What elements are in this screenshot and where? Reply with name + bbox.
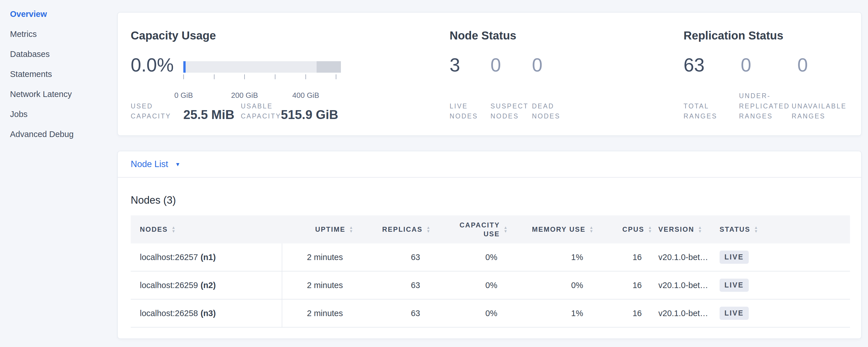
sidebar-item-jobs[interactable]: Jobs [10,104,113,124]
view-selector-label: Node List [131,159,168,169]
under-replicated-ranges-count: 0 [741,56,751,74]
column-header-label: MEMORY USE [532,225,586,233]
sort-icon: ▲▼ [504,226,508,233]
column-header-label: UPTIME [315,225,345,233]
label-line: LIVE [450,101,478,112]
total-ranges-count: 63 [684,56,705,74]
unavailable-ranges-label: UNAVAILABLE RANGES [792,101,846,122]
cpus-cell: 16 [594,272,653,299]
label-line: RANGES [684,111,717,122]
cpus-cell: 16 [594,244,653,271]
axis-tick-label: 400 GiB [292,91,319,100]
node-address-cell[interactable]: localhost:26259 (n2) [131,272,282,299]
dead-nodes-count: 0 [532,56,542,74]
capacity-use-cell: 0% [431,299,508,327]
axis-tick [275,74,275,79]
sidebar-item-overview[interactable]: Overview [10,4,113,24]
sort-icon: ▲▼ [172,226,176,233]
label-line: UNDER- [739,91,790,101]
table-row: localhost:26259 (n2) 2 minutes 63 0% 0% … [131,272,850,299]
status-badge: LIVE [719,279,749,292]
sidebar-item-network-latency[interactable]: Network Latency [10,84,113,104]
node-status-title: Node Status [450,30,516,41]
uptime-cell: 2 minutes [282,244,354,271]
label-line: CAPACITY [241,111,281,122]
axis-tick-label: 0 GiB [174,91,193,100]
label-line: USED [131,101,171,112]
usable-capacity-label: USABLE CAPACITY [241,101,281,122]
sort-icon: ▲▼ [754,226,758,233]
dead-nodes-label: DEAD NODES [532,101,560,122]
status-cell: LIVE [716,299,850,327]
unavailable-ranges-count: 0 [797,56,808,74]
sort-icon: ▲▼ [589,226,594,233]
capacity-usage-title: Capacity Usage [131,30,216,41]
sidebar-item-statements[interactable]: Statements [10,64,113,84]
axis-tick-label: 200 GiB [231,91,258,100]
node-address-cell[interactable]: localhost:26257 (n1) [131,244,282,271]
node-list-panel: Node List ▼ Nodes (3) NODES ▲▼ UPTIME ▲▼… [117,151,862,339]
under-replicated-ranges-label: UNDER- REPLICATED RANGES [739,91,790,122]
column-header-capacity-use[interactable]: CAPACITY USE ▲▼ [431,215,508,244]
node-address: localhost:26258 [140,309,198,318]
usable-capacity-value: 515.9 GiB [281,108,338,122]
nodes-table: NODES ▲▼ UPTIME ▲▼ REPLICAS ▲▼ CAPACITY … [131,215,850,327]
cluster-overview-page: Overview Metrics Databases Statements Ne… [0,0,868,347]
column-header-label: STATUS [719,225,750,233]
view-selector-dropdown[interactable]: Node List ▼ [118,151,861,178]
replicas-cell: 63 [354,244,431,271]
column-header-memory-use[interactable]: MEMORY USE ▲▼ [508,215,594,244]
node-id: (n2) [200,281,216,290]
column-header-replicas[interactable]: REPLICAS ▲▼ [354,215,431,244]
sidebar-item-databases[interactable]: Databases [10,44,113,64]
memory-use-cell: 0% [508,272,594,299]
label-line: NODES [491,111,529,122]
axis-tick [244,74,245,79]
label-line: USABLE [241,101,281,112]
sort-icon: ▲▼ [698,226,703,233]
sort-icon: ▲▼ [648,226,653,233]
uptime-cell: 2 minutes [282,299,354,327]
capacity-use-cell: 0% [431,272,508,299]
capacity-usage-gauge: 0 GiB 200 GiB 400 GiB [183,61,341,73]
axis-tick [305,74,306,79]
sidebar-item-metrics[interactable]: Metrics [10,24,113,44]
capacity-bar-used-segment [183,61,186,73]
capacity-use-cell: 0% [431,244,508,271]
suspect-nodes-count: 0 [491,56,501,74]
used-capacity-value: 25.5 MiB [183,108,235,122]
version-cell: v20.1.0-bet… [653,299,716,327]
status-cell: LIVE [716,272,850,299]
column-header-label: VERSION [658,225,694,233]
sort-icon: ▲▼ [349,226,354,233]
label-line: RANGES [792,111,846,122]
live-nodes-count: 3 [450,56,460,74]
column-header-nodes[interactable]: NODES ▲▼ [131,215,282,244]
column-header-uptime[interactable]: UPTIME ▲▼ [282,215,354,244]
label-line: NODES [532,111,560,122]
label-line: SUSPECT [491,101,529,112]
node-id: (n1) [200,253,216,262]
table-row: localhost:26257 (n1) 2 minutes 63 0% 1% … [131,244,850,272]
node-address: localhost:26257 [140,253,198,262]
status-badge: LIVE [719,307,749,320]
column-header-status[interactable]: STATUS ▲▼ [716,215,850,244]
column-header-label: REPLICAS [382,225,423,233]
label-line: CAPACITY [131,111,171,122]
axis-tick [183,74,184,79]
label-line: TOTAL [684,101,717,112]
live-nodes-label: LIVE NODES [450,101,478,122]
node-address-cell[interactable]: localhost:26258 (n3) [131,299,282,327]
nodes-heading: Nodes (3) [131,194,176,206]
sidebar-item-advanced-debug[interactable]: Advanced Debug [10,124,113,144]
total-ranges-label: TOTAL RANGES [684,101,717,122]
table-row: localhost:26258 (n3) 2 minutes 63 0% 1% … [131,299,850,327]
sort-icon: ▲▼ [427,226,431,233]
status-cell: LIVE [716,244,850,271]
column-header-cpus[interactable]: CPUS ▲▼ [594,215,653,244]
replication-status-title: Replication Status [684,30,783,41]
cluster-summary-panel: Capacity Usage 0.0% 0 GiB 200 GiB 400 Gi… [117,12,862,136]
column-header-version[interactable]: VERSION ▲▼ [653,215,716,244]
label-line: NODES [450,111,478,122]
memory-use-cell: 1% [508,299,594,327]
